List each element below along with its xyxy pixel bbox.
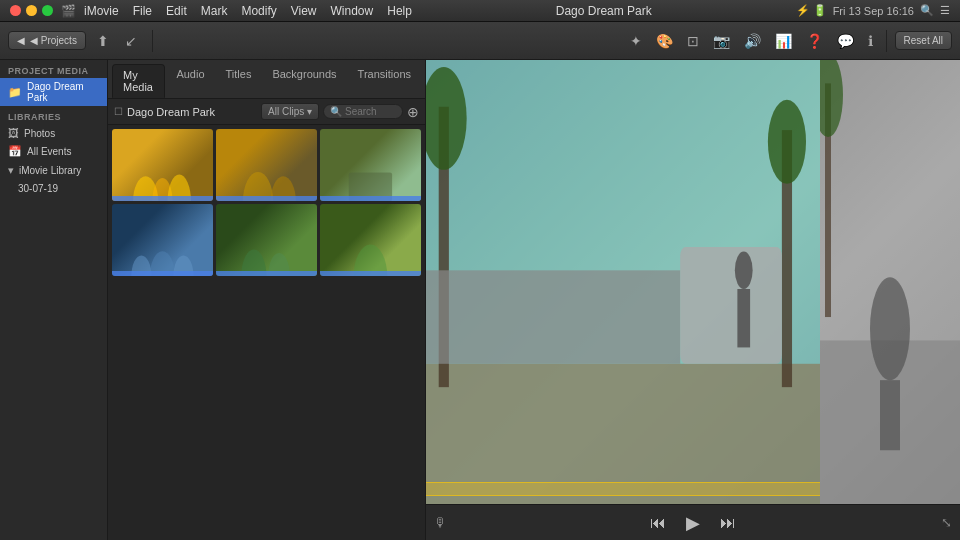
video-preview [426,60,960,504]
svg-point-24 [870,277,910,380]
titlebar-left: 🎬 iMovie File Edit Mark Modify View Wind… [10,4,412,18]
menu-file[interactable]: File [133,4,152,18]
audio-icon[interactable]: 🔊 [739,30,766,52]
svg-point-17 [768,100,806,184]
search-input[interactable] [345,106,400,117]
preview-main-frame [426,60,820,504]
toolbar-separator [152,30,153,52]
thumb-progress-bar-2 [216,196,317,201]
thumb-overlay-4 [112,204,213,276]
thumb-overlay-2 [216,129,317,201]
tab-audio[interactable]: Audio [166,64,214,98]
menu-view[interactable]: View [291,4,317,18]
tab-transitions[interactable]: Transitions [348,64,421,98]
titlebar: 🎬 iMovie File Edit Mark Modify View Wind… [0,0,960,22]
wand-icon[interactable]: ✦ [625,30,647,52]
all-clips-button[interactable]: All Clips ▾ [261,103,319,120]
svg-rect-25 [880,380,900,450]
preview-side-bg [820,60,960,504]
sidebar-item-project[interactable]: 📁 Dago Dream Park [0,78,107,106]
sidebar-item-imovie-library[interactable]: ▾ iMovie Library [0,161,107,180]
chart-icon[interactable]: 📊 [770,30,797,52]
menu-modify[interactable]: Modify [241,4,276,18]
menu-help[interactable]: Help [387,4,412,18]
checkbox-icon[interactable]: ☐ [114,106,123,117]
all-events-label: All Events [27,146,71,157]
skip-back-button[interactable]: ⏮ [650,514,666,532]
toolbar-right: ✦ 🎨 ⊡ 📷 🔊 📊 ❓ 💬 ℹ Reset All [625,30,952,52]
import-button[interactable]: ⊕ [407,104,419,120]
preview-frame-bg [426,60,820,504]
thumbnail-5[interactable] [216,204,317,276]
window-title: Dago Dream Park [556,4,652,18]
play-button[interactable]: ▶ [686,512,700,534]
imovie-library-label: iMovie Library [19,165,81,176]
folder-icon: 📁 [8,86,22,99]
libraries-label: LIBRARIES [0,106,107,124]
preview-scrub-bar [426,482,820,496]
sidebar-item-photos[interactable]: 🖼 Photos [0,124,107,142]
project-name: Dago Dream Park [27,81,99,103]
projects-button[interactable]: ◀ ◀ Projects [8,31,86,50]
crop-icon[interactable]: ⊡ [682,30,704,52]
maximize-button[interactable] [42,5,53,16]
photos-label: Photos [24,128,55,139]
thumbnail-4[interactable] [112,204,213,276]
thumb-overlay-5 [216,204,317,276]
media-toolbar: ☐ Dago Dream Park All Clips ▾ 🔍 ⊕ [108,99,425,125]
share-button[interactable]: ⬆ [92,30,114,52]
preview-side-frame [820,60,960,504]
thumbnails-grid [108,125,425,540]
thumbnail-2[interactable] [216,129,317,201]
svg-rect-18 [426,270,680,363]
project-media-label: PROJECT MEDIA [0,60,107,78]
skip-forward-button[interactable]: ⏭ [720,514,736,532]
tab-my-media[interactable]: My Media [112,64,165,98]
back-nav-button[interactable]: ↙ [120,30,142,52]
menu-mark[interactable]: Mark [201,4,228,18]
minimize-button[interactable] [26,5,37,16]
svg-rect-19 [680,247,782,364]
sidebar-item-date[interactable]: 30-07-19 [0,180,107,197]
toolbar-separator-2 [886,30,887,52]
search-icon[interactable]: 🔍 [920,4,934,17]
back-icon: ◀ [17,35,25,46]
thumb-overlay-3 [320,129,421,201]
preview-controls: 🎙 ⏮ ▶ ⏭ ⤡ [426,504,960,540]
menu-edit[interactable]: Edit [166,4,187,18]
search-box: 🔍 [323,104,403,119]
app-icon: 🎬 [61,4,76,18]
datetime: Fri 13 Sep 16:16 [833,5,914,17]
menu-imovie[interactable]: iMovie [84,4,119,18]
speech-icon[interactable]: 💬 [832,30,859,52]
control-center-icon[interactable]: ☰ [940,4,950,17]
titlebar-right: ⚡ 🔋 Fri 13 Sep 16:16 🔍 ☰ [796,4,950,17]
menu-window[interactable]: Window [331,4,374,18]
tab-backgrounds[interactable]: Backgrounds [262,64,346,98]
close-button[interactable] [10,5,21,16]
transport-controls: ⏮ ▶ ⏭ [426,512,960,534]
library-icon: ▾ [8,164,14,177]
question-icon[interactable]: ❓ [801,30,828,52]
search-icon: 🔍 [330,106,342,117]
sidebar-item-all-events[interactable]: 📅 All Events [0,142,107,161]
tab-titles[interactable]: Titles [216,64,262,98]
thumb-progress-bar-4 [112,271,213,276]
svg-point-20 [735,252,753,289]
date-label: 30-07-19 [18,183,58,194]
svg-rect-21 [737,289,750,347]
media-library: My Media Audio Titles Backgrounds Transi… [108,60,426,540]
info-icon[interactable]: ℹ [863,30,878,52]
fullscreen-icon[interactable]: ⤡ [941,515,952,530]
media-toolbar-title: Dago Dream Park [127,106,257,118]
thumbnail-3[interactable] [320,129,421,201]
reset-all-button[interactable]: Reset All [895,31,952,50]
thumbnail-1[interactable] [112,129,213,201]
color-icon[interactable]: 🎨 [651,30,678,52]
sidebar: PROJECT MEDIA 📁 Dago Dream Park LIBRARIE… [0,60,108,540]
camera-icon[interactable]: 📷 [708,30,735,52]
thumb-progress-bar-1 [112,196,213,201]
mic-icon[interactable]: 🎙 [434,515,447,530]
thumb-progress-bar-5 [216,271,317,276]
thumbnail-6[interactable] [320,204,421,276]
